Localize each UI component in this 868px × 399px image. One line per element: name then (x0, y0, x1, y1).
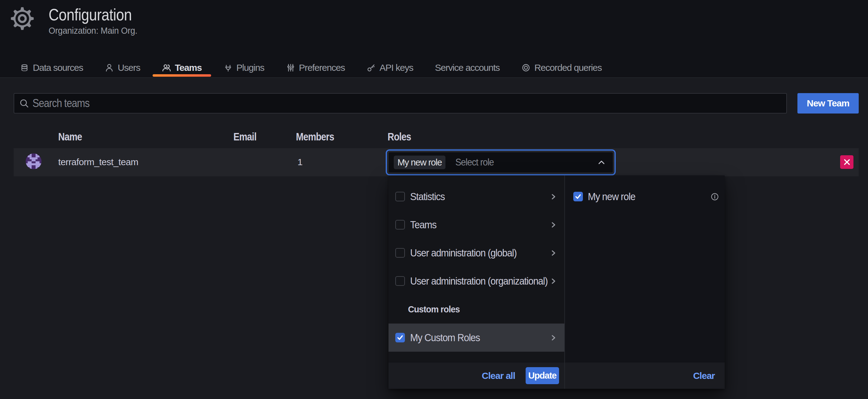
active-tab-indicator (153, 74, 211, 77)
search-icon (20, 99, 29, 108)
menu-item-statistics[interactable]: Statistics (389, 182, 564, 211)
menu-item-label: Statistics (410, 191, 445, 203)
checkbox-checked[interactable] (573, 192, 583, 201)
team-name[interactable]: terraform_test_team (58, 157, 138, 167)
column-header-email: Email (234, 131, 256, 143)
tab-label: Service accounts (435, 63, 500, 73)
tab-label: API keys (379, 63, 413, 73)
menu-item-label: User administration (global) (410, 247, 517, 259)
gear-icon (10, 7, 34, 30)
check-icon (397, 334, 403, 341)
column-header-roles: Roles (388, 131, 411, 143)
role-menu-items: Statistics Teams User administration (gl… (389, 175, 564, 352)
plug-icon (223, 63, 233, 72)
checkbox-unchecked[interactable] (395, 248, 405, 258)
checkbox-checked[interactable] (395, 333, 405, 342)
menu-item-user-administration-organizational[interactable]: User administration (organizational) (389, 267, 564, 295)
chevron-right-icon (550, 250, 557, 257)
menu-item-my-custom-roles[interactable]: My Custom Roles (389, 324, 564, 352)
page-title: Configuration (49, 5, 132, 24)
menu-item-user-administration-global[interactable]: User administration (global) (389, 239, 564, 267)
role-picker-menu: Statistics Teams User administration (gl… (389, 175, 725, 389)
close-icon (843, 159, 850, 165)
tab-api-keys[interactable]: API keys (357, 58, 423, 77)
role-picker-input[interactable]: My new role Select role (388, 152, 614, 173)
column-header-members: Members (296, 131, 334, 143)
team-avatar (26, 154, 41, 169)
selected-role-chip[interactable]: My new role (394, 156, 445, 169)
tab-label: Recorded queries (534, 63, 602, 73)
menu-item-label: User administration (organizational) (410, 275, 548, 287)
tab-recorded-queries[interactable]: Recorded queries (512, 58, 611, 77)
tab-teams[interactable]: Teams (153, 58, 211, 77)
tab-bar: Data sources Users Teams Plugins Prefere… (10, 58, 614, 77)
role-menu-groups-panel: Statistics Teams User administration (gl… (389, 175, 564, 389)
chevron-right-icon (550, 193, 557, 200)
record-icon (521, 63, 531, 72)
team-members-count: 1 (298, 157, 303, 167)
user-icon (105, 63, 114, 72)
tab-users[interactable]: Users (95, 58, 149, 77)
column-header-name: Name (58, 131, 82, 143)
checkbox-unchecked[interactable] (395, 192, 405, 201)
new-team-button[interactable]: New Team (798, 93, 859, 113)
chevron-up-icon[interactable] (597, 158, 606, 167)
tab-label: Teams (175, 63, 202, 73)
role-picker-focus-ring: My new role Select role (386, 149, 616, 175)
tab-label: Data sources (33, 63, 83, 73)
role-picker-placeholder: Select role (455, 157, 587, 168)
role-menu-submenu-panel: My new role Clear (565, 175, 725, 389)
tab-label: Preferences (299, 63, 345, 73)
checkbox-unchecked[interactable] (395, 276, 405, 286)
tab-service-accounts[interactable]: Service accounts (426, 58, 509, 77)
group-header-label: Custom roles (408, 304, 460, 314)
custom-roles-group-header: Custom roles (389, 295, 564, 324)
role-menu-footer: Clear all Update (389, 362, 564, 389)
tab-preferences[interactable]: Preferences (277, 58, 354, 77)
tab-label: Plugins (237, 63, 265, 73)
chevron-right-icon (550, 278, 557, 285)
search-placeholder: Search teams (32, 97, 90, 110)
table-row: terraform_test_team 1 My new role Select… (13, 148, 859, 176)
delete-team-button[interactable] (840, 155, 854, 169)
checkbox-unchecked[interactable] (395, 220, 405, 230)
chevron-right-icon (550, 334, 557, 341)
menu-item-label: My Custom Roles (410, 332, 480, 344)
chevron-right-icon (550, 222, 557, 228)
info-icon[interactable] (711, 193, 718, 200)
submenu-item-my-new-role[interactable]: My new role (565, 182, 725, 211)
check-icon (575, 193, 581, 200)
clear-all-button[interactable]: Clear all (482, 370, 515, 381)
menu-item-teams[interactable]: Teams (389, 211, 564, 239)
page-header: Configuration Organization: Main Org. Da… (0, 0, 868, 78)
users-icon (162, 63, 171, 72)
update-button[interactable]: Update (526, 367, 559, 384)
submenu-footer: Clear (565, 362, 725, 389)
page-subtitle: Organization: Main Org. (49, 25, 137, 36)
tab-data-sources[interactable]: Data sources (10, 58, 92, 77)
header-divider (0, 77, 868, 78)
key-icon (367, 63, 376, 72)
search-teams-input[interactable]: Search teams (13, 93, 787, 113)
menu-item-label: Teams (410, 219, 436, 231)
tab-plugins[interactable]: Plugins (214, 58, 274, 77)
clear-button[interactable]: Clear (693, 370, 715, 381)
menu-item-label: My new role (588, 191, 635, 203)
sliders-icon (286, 63, 295, 72)
tab-label: Users (118, 63, 140, 73)
database-icon (20, 63, 29, 72)
